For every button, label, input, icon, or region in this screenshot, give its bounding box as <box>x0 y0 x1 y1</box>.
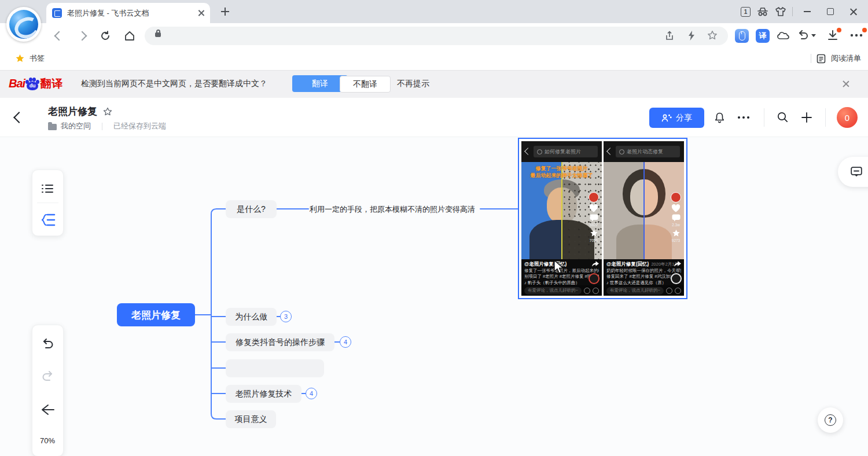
tab-close-icon[interactable] <box>198 10 204 16</box>
music-disc-icon <box>589 273 599 284</box>
mouse-cursor <box>553 260 564 275</box>
phone-left-search: 如何修复老照片 <box>534 146 598 157</box>
bookmarks-bar: 书签 阅读清单 <box>0 49 868 68</box>
mindmap-attached-images[interactable]: 如何修复老照片 修复了一张爷爷老照片 最后动起来的样子太惊喜了 5 <box>518 138 687 299</box>
comment-bubble-icon <box>851 167 862 177</box>
mindmap-node-tech[interactable]: 老照片修复技术 <box>226 385 301 403</box>
translate-toolbar-icon[interactable]: 译 <box>756 29 770 43</box>
browser-tab[interactable]: 老照片修复 - 飞书云文档 <box>46 3 210 23</box>
collapse-badge-tech[interactable]: 4 <box>306 388 317 399</box>
help-button[interactable]: ? <box>818 407 843 433</box>
collapse-badge-why[interactable]: 3 <box>280 311 292 322</box>
share-label: 分享 <box>676 113 692 123</box>
bookmarks-label: 书签 <box>30 53 45 64</box>
phone-right-photo: 2.3w 9273 <box>604 162 684 259</box>
outline-view-button[interactable] <box>42 185 53 194</box>
mindmap-node-empty[interactable] <box>226 359 324 377</box>
user-avatar[interactable]: 0 <box>837 107 858 128</box>
lightning-icon[interactable] <box>687 30 696 41</box>
home-button[interactable] <box>124 30 135 42</box>
photo-overlay-title: 修复了一张爷爷老照片 最后动起来的样子太惊喜了 <box>521 165 602 179</box>
translate-message: 检测到当前网页不是中文网页，是否要翻译成中文？ <box>81 79 267 89</box>
never-remind-button[interactable]: 不再提示 <box>397 79 429 89</box>
window-minimize-button[interactable] <box>799 3 816 20</box>
mindmap-node-what[interactable]: 是什么? <box>226 200 277 218</box>
tab-title: 老照片修复 - 飞书云文档 <box>67 8 198 19</box>
feishu-favicon-icon <box>52 8 62 18</box>
bookmark-star-icon[interactable] <box>707 30 718 41</box>
like-icon <box>671 204 681 212</box>
canvas-controls-panel: 70% <box>32 325 64 456</box>
comment-icon <box>672 214 681 222</box>
mindmap-canvas[interactable]: 70% 老照片修复 是什么? 利用一定的手段，把原本模糊不清的照片变得高清 为什… <box>0 137 868 456</box>
doc-create-plus-icon[interactable] <box>801 112 812 123</box>
center-to-root-button[interactable] <box>41 404 56 415</box>
reload-button[interactable] <box>100 30 111 42</box>
favorite-star-icon <box>590 229 598 237</box>
undo-toolbar-button[interactable] <box>797 30 816 41</box>
menu-ellipsis-button[interactable] <box>849 34 863 37</box>
mindmap-connectors <box>0 137 868 456</box>
doc-space-breadcrumb[interactable]: 我的空间 <box>61 121 91 131</box>
douyin-action-rail: 2.3w 9273 <box>669 192 683 242</box>
comment-icon <box>590 214 598 222</box>
folder-icon <box>48 124 57 130</box>
back-button[interactable] <box>54 31 64 41</box>
phone-left-photo: 修复了一张爷爷老照片 最后动起来的样子太惊喜了 5822 7056 <box>521 162 602 259</box>
share-arrow-icon <box>591 260 599 267</box>
notifications-bell-icon[interactable] <box>713 112 726 124</box>
baidu-translate-logo: Bai du 翻译 <box>9 71 63 97</box>
extensions-icon[interactable] <box>777 30 790 42</box>
mindmap-view-button[interactable] <box>41 214 56 226</box>
bookmarks-star-icon <box>15 54 25 63</box>
no-translate-button[interactable]: 不翻译 <box>340 76 391 93</box>
share-people-icon <box>661 113 672 122</box>
favorite-star-icon <box>672 229 681 237</box>
share-page-icon[interactable] <box>664 31 675 41</box>
music-disc-icon <box>671 273 682 284</box>
zoom-level[interactable]: 70% <box>40 436 55 445</box>
comments-panel-button[interactable] <box>838 157 868 187</box>
theme-skin-icon[interactable] <box>775 6 786 17</box>
document-header: 老照片修复 我的空间 已经保存到云端 分享 0 <box>0 98 868 137</box>
mindmap-root-node[interactable]: 老照片修复 <box>117 303 195 326</box>
phone-back-icon <box>606 148 614 155</box>
author-avatar <box>589 192 599 203</box>
menu-badge <box>862 28 867 32</box>
forward-button[interactable] <box>78 31 87 41</box>
share-arrow-icon <box>674 260 682 267</box>
mouse-gesture-icon[interactable] <box>735 29 749 43</box>
undo-button[interactable] <box>41 338 54 350</box>
undo-dropdown-caret[interactable] <box>811 34 816 37</box>
doc-favorite-star-icon[interactable] <box>103 107 112 116</box>
window-maximize-button[interactable] <box>822 3 839 20</box>
incognito-icon[interactable] <box>756 6 769 17</box>
share-button[interactable]: 分享 <box>649 108 704 128</box>
doc-search-icon[interactable] <box>777 111 789 123</box>
douyin-action-rail: 5822 7056 <box>587 192 601 242</box>
collapse-badge-steps[interactable]: 4 <box>340 336 351 348</box>
doc-back-button[interactable] <box>15 113 23 122</box>
browser-logo[interactable] <box>6 7 41 42</box>
baidu-translate-bar: Bai du 翻译 检测到当前网页不是中文网页，是否要翻译成中文？ 翻译 不翻译… <box>0 70 868 98</box>
search-icon <box>537 149 542 155</box>
doc-more-button[interactable] <box>737 116 751 119</box>
like-icon <box>589 204 598 212</box>
translate-bar-close-icon[interactable] <box>843 80 849 87</box>
address-bar[interactable] <box>145 27 728 45</box>
new-tab-button[interactable] <box>221 8 229 16</box>
redo-button[interactable] <box>41 370 54 382</box>
phone-left-header: 如何修复老照片 <box>521 141 602 162</box>
phone-right-search: 老照片动态修复 <box>616 146 680 157</box>
mindmap-note-what[interactable]: 利用一定的手段，把原本模糊不清的照片变得高清 <box>310 204 475 215</box>
mindmap-node-steps[interactable]: 修复类抖音号的操作步骤 <box>226 333 334 351</box>
mindmap-node-why[interactable]: 为什么做 <box>226 308 277 326</box>
bookmarks-toggle[interactable]: 书签 <box>15 49 45 68</box>
download-button[interactable] <box>826 30 839 42</box>
emoji-icon <box>593 288 599 294</box>
lock-icon <box>155 32 161 37</box>
mindmap-node-meaning[interactable]: 项目意义 <box>226 410 276 428</box>
tab-count-badge[interactable]: 1 <box>741 7 751 17</box>
window-close-button[interactable] <box>845 3 862 20</box>
reading-list-label[interactable]: 阅读清单 <box>831 53 861 64</box>
